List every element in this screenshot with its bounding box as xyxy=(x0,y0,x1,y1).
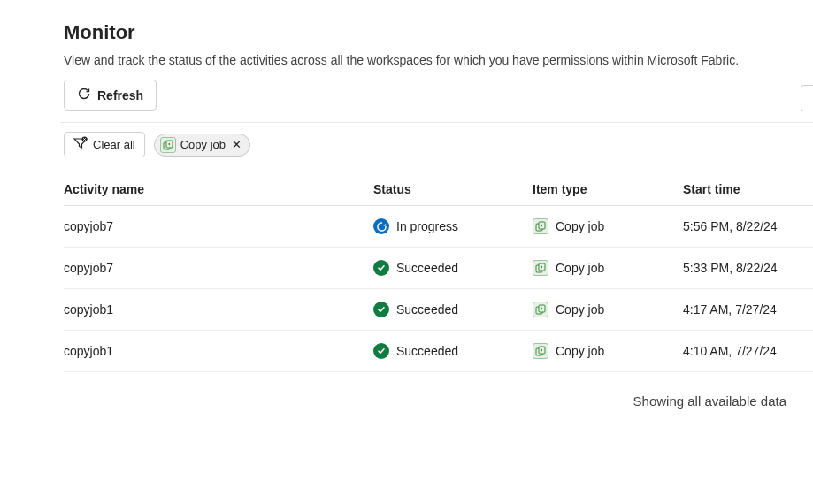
cell-item-type: Copy job xyxy=(533,331,683,372)
cell-activity-name: copyjob7 xyxy=(64,248,373,289)
table-row[interactable]: copyjob7SucceededCopy job5:33 PM, 8/22/2… xyxy=(64,248,813,289)
filter-clear-icon xyxy=(73,136,88,153)
cell-start-time: 5:33 PM, 8/22/24 xyxy=(683,248,813,289)
status-label: In progress xyxy=(396,219,458,233)
succeeded-icon xyxy=(373,343,389,359)
refresh-button[interactable]: Refresh xyxy=(64,80,157,111)
item-type-label: Copy job xyxy=(556,302,604,317)
cell-start-time: 4:10 AM, 7/27/24 xyxy=(683,331,813,372)
item-type-label: Copy job xyxy=(556,344,604,358)
cell-activity-name: copyjob1 xyxy=(64,331,373,372)
activities-table: Activity name Status Item type Start tim… xyxy=(64,173,813,372)
clear-all-label: Clear all xyxy=(93,138,135,151)
status-label: Succeeded xyxy=(396,302,458,317)
succeeded-icon xyxy=(373,302,389,317)
copy-job-icon xyxy=(533,218,548,234)
close-icon: ✕ xyxy=(232,138,242,151)
col-header-start-time[interactable]: Start time xyxy=(683,173,813,206)
cell-status: Succeeded xyxy=(373,331,533,372)
table-row[interactable]: copyjob1SucceededCopy job4:17 AM, 7/27/2… xyxy=(64,289,813,331)
cell-item-type: Copy job xyxy=(533,289,683,331)
cell-activity-name: copyjob1 xyxy=(64,289,373,331)
col-header-activity[interactable]: Activity name xyxy=(64,173,373,206)
filter-chip-label: Copy job xyxy=(180,138,226,151)
table-header-row: Activity name Status Item type Start tim… xyxy=(64,173,813,206)
toolbar-divider xyxy=(60,122,813,123)
table-row[interactable]: copyjob7In progressCopy job5:56 PM, 8/22… xyxy=(64,206,813,248)
col-header-item-type[interactable]: Item type xyxy=(533,173,683,206)
cell-status: Succeeded xyxy=(373,248,533,289)
copy-job-icon xyxy=(533,260,548,276)
clear-all-button[interactable]: Clear all xyxy=(64,132,145,157)
succeeded-icon xyxy=(373,260,389,276)
cell-start-time: 4:17 AM, 7/27/24 xyxy=(683,289,813,331)
cell-activity-name: copyjob7 xyxy=(64,206,373,248)
copy-job-icon xyxy=(533,343,548,359)
in-progress-icon xyxy=(373,218,389,234)
cell-item-type: Copy job xyxy=(533,248,683,289)
status-label: Succeeded xyxy=(396,261,458,275)
page-title: Monitor xyxy=(64,21,813,44)
copy-job-icon xyxy=(160,137,176,153)
item-type-label: Copy job xyxy=(556,261,604,275)
right-panel-toggle[interactable] xyxy=(801,85,813,111)
cell-start-time: 5:56 PM, 8/22/24 xyxy=(683,206,813,248)
refresh-label: Refresh xyxy=(97,88,143,103)
cell-status: Succeeded xyxy=(373,289,533,331)
page-subtitle: View and track the status of the activit… xyxy=(64,53,813,67)
footer-note: Showing all available data xyxy=(64,372,813,409)
cell-item-type: Copy job xyxy=(533,206,683,248)
refresh-icon xyxy=(77,87,91,103)
col-header-status[interactable]: Status xyxy=(373,173,533,206)
table-row[interactable]: copyjob1SucceededCopy job4:10 AM, 7/27/2… xyxy=(64,331,813,372)
cell-status: In progress xyxy=(373,206,533,248)
copy-job-icon xyxy=(533,302,548,317)
status-label: Succeeded xyxy=(396,344,458,358)
item-type-label: Copy job xyxy=(556,219,604,233)
filter-chip-copy-job[interactable]: Copy job ✕ xyxy=(154,134,250,157)
